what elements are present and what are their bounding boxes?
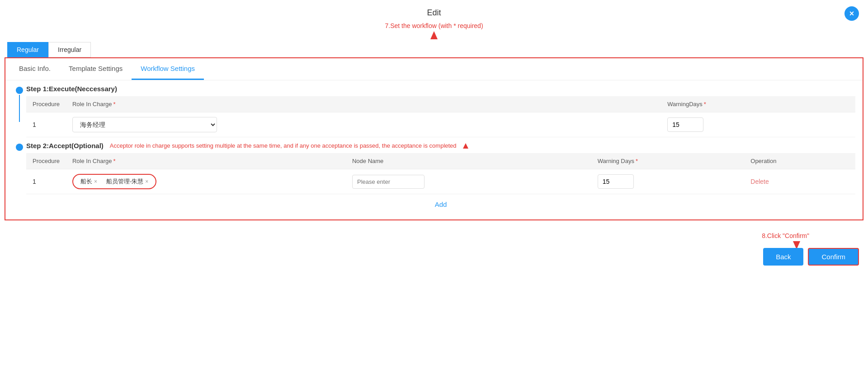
tab-irregular[interactable]: Irregular	[48, 42, 91, 57]
step2-col-warning: Warning Days*	[591, 153, 744, 169]
step2-procedure-cell: 1	[26, 169, 66, 194]
step1-row: Step 1:Execute(Neccessary) Procedure Rol…	[13, 85, 855, 137]
add-row: Add	[26, 194, 855, 215]
step1-role-cell: 海务经理	[66, 112, 661, 137]
annotation-top: 7.Set the workflow (with * required)	[0, 22, 868, 39]
tabs-row: Regular Irregular	[0, 42, 868, 57]
step2-data-row: 1 船长 × 船员管理-朱慧	[26, 169, 855, 194]
tab-basic-info[interactable]: Basic Info.	[10, 58, 60, 80]
tag-captain-remove[interactable]: ×	[94, 178, 97, 185]
annotation-bottom: 8.Click "Confirm"	[762, 232, 809, 249]
step2-col-operation: Operation	[744, 153, 855, 169]
step2-col-nodename: Node Name	[346, 153, 591, 169]
step2-indicator	[13, 144, 26, 151]
bottom-area: 8.Click "Confirm" Back Confirm	[0, 220, 868, 275]
step1-data-row: 1 海务经理	[26, 112, 855, 137]
step2-operation-cell: Delete	[744, 169, 855, 194]
step1-indicator	[13, 87, 26, 122]
step1-table: Procedure Role In Charge* WarningDays*	[26, 96, 855, 137]
step2-dot	[16, 144, 23, 151]
step2-table: Procedure Role In Charge* Node Name Warn…	[26, 153, 855, 194]
step2-warning-input[interactable]	[598, 174, 634, 189]
step1-dot	[16, 87, 23, 94]
tab-template-settings[interactable]: Template Settings	[60, 58, 132, 80]
step2-content: Step 2:Accept(Optional) Acceptor role in…	[26, 142, 855, 215]
tag-crew-manager: 船员管理-朱慧 ×	[103, 177, 152, 187]
step1-line	[19, 95, 20, 122]
role-select[interactable]: 海务经理	[72, 117, 217, 132]
add-button[interactable]: Add	[435, 201, 447, 208]
step1-col-role: Role In Charge*	[66, 96, 661, 112]
confirm-button[interactable]: Confirm	[808, 248, 859, 266]
steps-container: Step 1:Execute(Neccessary) Procedure Rol…	[5, 80, 863, 219]
step2-col-procedure: Procedure	[26, 153, 66, 169]
main-card: Basic Info. Template Settings Workflow S…	[5, 57, 863, 220]
step1-content: Step 1:Execute(Neccessary) Procedure Rol…	[26, 85, 855, 137]
tag-container: 船长 × 船员管理-朱慧 ×	[72, 174, 156, 189]
close-button[interactable]: ×	[844, 6, 859, 21]
inner-tabs: Basic Info. Template Settings Workflow S…	[5, 58, 863, 80]
step2-row: Step 2:Accept(Optional) Acceptor role in…	[13, 142, 855, 215]
tag-crew-manager-remove[interactable]: ×	[145, 178, 148, 185]
tab-regular[interactable]: Regular	[7, 42, 48, 57]
step2-annotation: Acceptor role in charge supports setting…	[110, 142, 457, 149]
step2-nodename-cell	[346, 169, 591, 194]
close-icon: ×	[849, 9, 854, 19]
tab-workflow-settings[interactable]: Workflow Settings	[132, 58, 204, 80]
back-button[interactable]: Back	[763, 248, 803, 266]
step1-col-procedure: Procedure	[26, 96, 66, 112]
delete-button[interactable]: Delete	[750, 178, 769, 185]
step2-role-cell: 船长 × 船员管理-朱慧 ×	[66, 169, 346, 194]
page-title: Edit	[427, 8, 441, 17]
step1-warning-cell	[661, 112, 855, 137]
node-name-input[interactable]	[352, 175, 425, 189]
step1-procedure-cell: 1	[26, 112, 66, 137]
step2-col-role: Role In Charge*	[66, 153, 346, 169]
action-buttons: Back Confirm	[763, 248, 859, 266]
step2-arrow	[463, 143, 468, 149]
step2-warning-cell	[591, 169, 744, 194]
annotation-top-arrow	[430, 31, 438, 39]
step2-header: Step 2:Accept(Optional) Acceptor role in…	[26, 142, 855, 149]
step1-title: Step 1:Execute(Neccessary)	[26, 85, 855, 93]
tag-captain: 船长 ×	[77, 177, 101, 187]
step2-title: Step 2:Accept(Optional)	[26, 142, 104, 149]
step1-col-warning: WarningDays*	[661, 96, 855, 112]
step1-warning-input[interactable]	[667, 117, 703, 132]
